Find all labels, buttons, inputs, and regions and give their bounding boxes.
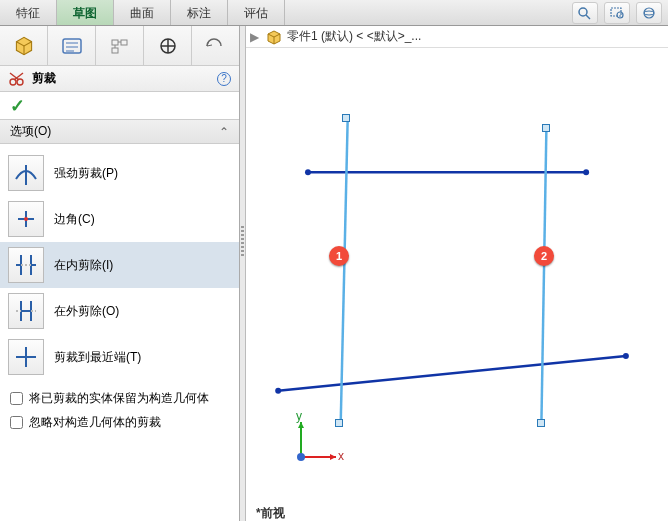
svg-point-5 bbox=[644, 11, 654, 15]
option-power-trim[interactable]: 强劲剪裁(P) bbox=[0, 150, 239, 196]
part-name[interactable]: 零件1 (默认) < <默认>_... bbox=[287, 28, 421, 45]
svg-marker-47 bbox=[330, 454, 336, 460]
trim-outside-icon bbox=[8, 293, 44, 329]
command-header: 剪裁 ? bbox=[0, 66, 239, 92]
svg-point-42 bbox=[305, 169, 311, 175]
option-label: 剪裁到最近端(T) bbox=[54, 349, 141, 366]
tab-sketch[interactable]: 草图 bbox=[57, 0, 114, 25]
option-trim-outside[interactable]: 在外剪除(O) bbox=[0, 288, 239, 334]
help-icon[interactable]: ? bbox=[217, 72, 231, 86]
config-manager-tab[interactable] bbox=[96, 26, 144, 66]
svg-rect-12 bbox=[112, 40, 118, 45]
option-trim-closest[interactable]: 剪裁到最近端(T) bbox=[0, 334, 239, 380]
command-title: 剪裁 bbox=[32, 70, 56, 87]
endpoint-handle[interactable] bbox=[537, 419, 545, 427]
zoom-fit-icon[interactable] bbox=[572, 2, 598, 24]
callout-marker-1: 1 bbox=[329, 246, 349, 266]
axis-y-label: y bbox=[296, 412, 302, 423]
svg-rect-13 bbox=[121, 40, 127, 45]
option-corner[interactable]: 边角(C) bbox=[0, 196, 239, 242]
svg-point-27 bbox=[24, 217, 28, 221]
property-manager: 剪裁 ? ✓ 选项(O) ⌃ 强劲剪裁(P) 边角(C) 在内剪除(I) 在外剪… bbox=[0, 26, 240, 521]
svg-point-4 bbox=[644, 8, 654, 18]
axis-x-label: x bbox=[338, 449, 344, 463]
svg-point-3 bbox=[617, 12, 623, 18]
svg-point-44 bbox=[275, 388, 281, 394]
zoom-area-icon[interactable] bbox=[604, 2, 630, 24]
trim-closest-icon bbox=[8, 339, 44, 375]
trim-inside-icon bbox=[8, 247, 44, 283]
check-label: 将已剪裁的实体保留为构造几何体 bbox=[29, 390, 209, 406]
overflow-tab[interactable] bbox=[192, 26, 236, 66]
check-label: 忽略对构造几何体的剪裁 bbox=[29, 414, 161, 430]
option-label: 边角(C) bbox=[54, 211, 95, 228]
callout-marker-2: 2 bbox=[534, 246, 554, 266]
corner-icon bbox=[8, 201, 44, 237]
property-manager-tab[interactable] bbox=[48, 26, 96, 66]
graphics-viewport[interactable]: ▶ 零件1 (默认) < <默认>_... 1 2 x y bbox=[246, 26, 668, 521]
sketch-canvas[interactable]: 1 2 x y bbox=[246, 48, 668, 505]
tab-evaluate[interactable]: 评估 bbox=[228, 0, 285, 25]
feature-manager-tab[interactable] bbox=[0, 26, 48, 66]
option-trim-inside[interactable]: 在内剪除(I) bbox=[0, 242, 239, 288]
svg-point-45 bbox=[623, 353, 629, 359]
options-title: 选项(O) bbox=[10, 123, 51, 140]
trim-icon bbox=[8, 71, 26, 87]
command-tabs: 特征 草图 曲面 标注 评估 bbox=[0, 0, 668, 26]
sketch-line-vertical-1[interactable] bbox=[341, 118, 348, 421]
breadcrumb-toggle-icon[interactable]: ▶ bbox=[250, 30, 259, 44]
keep-construction-checkbox[interactable] bbox=[10, 392, 23, 405]
ignore-construction-checkbox[interactable] bbox=[10, 416, 23, 429]
options-header[interactable]: 选项(O) ⌃ bbox=[0, 120, 239, 144]
endpoint-handle[interactable] bbox=[342, 114, 350, 122]
tab-surfaces[interactable]: 曲面 bbox=[114, 0, 171, 25]
option-label: 在外剪除(O) bbox=[54, 303, 119, 320]
confirm-row: ✓ bbox=[0, 92, 239, 120]
svg-point-43 bbox=[583, 169, 589, 175]
svg-point-0 bbox=[579, 8, 587, 16]
sketch-line-horizontal-bottom[interactable] bbox=[278, 356, 626, 391]
power-trim-icon bbox=[8, 155, 44, 191]
view-label: *前视 bbox=[246, 505, 668, 521]
manager-tabs bbox=[0, 26, 239, 66]
breadcrumb-bar: ▶ 零件1 (默认) < <默认>_... bbox=[246, 26, 668, 48]
collapse-icon[interactable]: ⌃ bbox=[219, 125, 229, 139]
dimxpert-tab[interactable] bbox=[144, 26, 192, 66]
endpoint-handle[interactable] bbox=[542, 124, 550, 132]
view-tools bbox=[572, 2, 662, 24]
check-keep-construction[interactable]: 将已剪裁的实体保留为构造几何体 bbox=[0, 386, 239, 410]
svg-line-1 bbox=[586, 15, 590, 19]
svg-rect-14 bbox=[112, 48, 118, 53]
part-icon bbox=[265, 29, 283, 45]
tab-features[interactable]: 特征 bbox=[0, 0, 57, 25]
trim-options: 强劲剪裁(P) 边角(C) 在内剪除(I) 在外剪除(O) 剪裁到最近端(T) bbox=[0, 144, 239, 386]
view-orientation-icon[interactable] bbox=[636, 2, 662, 24]
view-triad: x y bbox=[286, 412, 346, 475]
option-label: 强劲剪裁(P) bbox=[54, 165, 118, 182]
check-ignore-construction[interactable]: 忽略对构造几何体的剪裁 bbox=[0, 410, 239, 434]
svg-point-50 bbox=[297, 453, 305, 461]
option-label: 在内剪除(I) bbox=[54, 257, 113, 274]
ok-button[interactable]: ✓ bbox=[10, 95, 25, 117]
tab-annotate[interactable]: 标注 bbox=[171, 0, 228, 25]
